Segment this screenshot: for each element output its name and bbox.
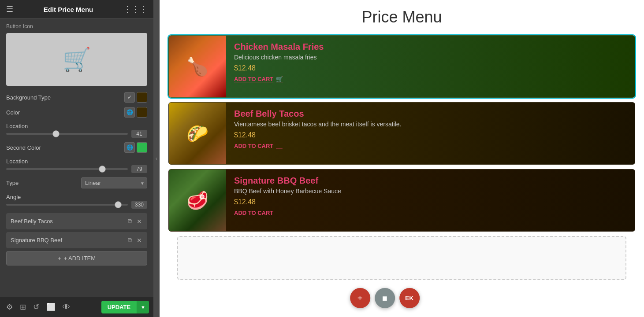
location-1-slider-group: 41 xyxy=(6,130,147,138)
bg-type-color-swatch[interactable] xyxy=(137,92,147,103)
panel-content: Button Icon 🛒 Background Type ✓ Color 🌐 … xyxy=(0,19,153,297)
settings-icon-btn[interactable]: ⚙ xyxy=(4,301,15,313)
location-1-track[interactable] xyxy=(6,133,128,135)
location-1-row: Location 41 xyxy=(6,122,147,138)
location-2-value: 79 xyxy=(131,165,147,173)
list-item-1-remove-btn[interactable]: ✕ xyxy=(136,217,143,226)
menu-item-2-price: $12.48 xyxy=(234,131,627,139)
type-row: Type Linear Radial ▼ xyxy=(6,177,147,188)
add-item-button[interactable]: + + ADD ITEM xyxy=(6,251,147,265)
menu-container: 🍗 Chicken Masala Fries Delicious chicken… xyxy=(160,31,644,317)
bg-type-check-btn[interactable]: ✓ xyxy=(124,92,135,103)
cart-icon-2: __ xyxy=(276,143,282,149)
button-icon-label: Button Icon xyxy=(6,23,147,29)
fab-add-button[interactable]: + xyxy=(350,288,370,308)
menu-item-1-name: Chicken Masala Fries xyxy=(234,42,627,52)
menu-item-2-desc: Vientamese beef brisket tacos and the me… xyxy=(234,121,627,128)
menu-item-1-price: $12.48 xyxy=(234,64,627,72)
menu-card-3: 🥩 Signature BBQ Beef BBQ Beef with Honey… xyxy=(168,169,635,232)
location-2-slider-group: 79 xyxy=(6,165,147,173)
color-row: Color 🌐 xyxy=(6,107,147,118)
menu-item-3-name: Signature BBQ Beef xyxy=(234,176,627,186)
background-type-label: Background Type xyxy=(6,94,51,101)
location-1-thumb[interactable] xyxy=(52,130,60,137)
update-dropdown-btn[interactable]: ▼ xyxy=(137,301,149,313)
menu-item-3-add-to-cart[interactable]: ADD TO CART xyxy=(234,210,627,216)
menu-card-2-image: 🌮 xyxy=(169,103,226,164)
update-button[interactable]: UPDATE xyxy=(101,301,137,313)
add-to-cart-1-label: ADD TO CART xyxy=(234,76,273,82)
cart-icon-large: 🛒 xyxy=(63,46,91,73)
color-swatch[interactable] xyxy=(137,107,147,118)
panel-title: Edit Price Menu xyxy=(44,6,93,13)
list-items: Beef Belly Tacos ⧉ ✕ Signature BBQ Beef … xyxy=(6,213,147,248)
bottom-toolbar: ⚙ ⊞ ↺ ⬜ 👁 UPDATE ▼ xyxy=(0,297,153,317)
second-color-controls: 🌐 xyxy=(124,142,147,153)
location-1-value: 41 xyxy=(131,130,147,138)
menu-item-3-desc: BBQ Beef with Honey Barbecue Sauce xyxy=(234,188,627,195)
type-select[interactable]: Linear Radial xyxy=(81,177,147,188)
angle-row: Angle 330 xyxy=(6,193,147,209)
angle-slider-group: 330 xyxy=(6,201,147,209)
location-2-thumb[interactable] xyxy=(99,166,106,173)
empty-drop-zone xyxy=(177,236,626,280)
eye-icon-btn[interactable]: 👁 xyxy=(61,301,72,313)
list-item-2: Signature BBQ Beef ⧉ ✕ xyxy=(6,232,147,248)
device-icon-btn[interactable]: ⬜ xyxy=(45,301,57,313)
color-controls: 🌐 xyxy=(124,107,147,118)
angle-track[interactable] xyxy=(6,204,128,206)
page-title: Price Menu xyxy=(160,0,644,31)
grid-icon[interactable]: ⋮⋮⋮ xyxy=(123,4,147,14)
hamburger-icon[interactable]: ☰ xyxy=(6,4,13,14)
menu-card-1-body: Chicken Masala Fries Delicious chicken m… xyxy=(226,36,635,97)
menu-card-2-body: Beef Belly Tacos Vientamese beef brisket… xyxy=(226,103,635,164)
background-type-controls: ✓ xyxy=(124,92,147,103)
background-type-row: Background Type ✓ xyxy=(6,92,147,103)
layers-icon-btn[interactable]: ⊞ xyxy=(18,301,28,313)
menu-item-1-desc: Delicious chicken masala fries xyxy=(234,54,627,61)
add-item-label: + ADD ITEM xyxy=(63,255,96,262)
menu-card-1: 🍗 Chicken Masala Fries Delicious chicken… xyxy=(168,35,635,98)
menu-item-3-price: $12.48 xyxy=(234,198,627,206)
angle-thumb[interactable] xyxy=(115,201,122,208)
list-item-2-copy-btn[interactable]: ⧉ xyxy=(127,236,133,245)
menu-card-3-body: Signature BBQ Beef BBQ Beef with Honey B… xyxy=(226,170,635,231)
type-label: Type xyxy=(6,180,19,186)
menu-item-1-add-to-cart[interactable]: ADD TO CART 🛒 xyxy=(234,76,627,82)
list-item-2-remove-btn[interactable]: ✕ xyxy=(136,236,143,245)
menu-item-2-name: Beef Belly Tacos xyxy=(234,109,627,119)
angle-label: Angle xyxy=(6,194,21,200)
fab-stop-button[interactable]: ■ xyxy=(375,288,395,308)
add-to-cart-2-label: ADD TO CART xyxy=(234,143,273,149)
top-bar: ☰ Edit Price Menu ⋮⋮⋮ xyxy=(0,0,153,19)
list-item-text-1: Beef Belly Tacos xyxy=(11,218,127,225)
right-panel: Price Menu 🍗 Chicken Masala Fries Delici… xyxy=(160,0,644,317)
add-to-cart-3-label: ADD TO CART xyxy=(234,210,273,216)
location-1-label: Location xyxy=(6,123,28,129)
list-item-1-actions: ⧉ ✕ xyxy=(127,217,143,226)
list-item-2-actions: ⧉ ✕ xyxy=(127,236,143,245)
color-globe-btn[interactable]: 🌐 xyxy=(124,107,135,118)
menu-item-2-add-to-cart[interactable]: ADD TO CART __ xyxy=(234,143,627,149)
location-2-row: Location 79 xyxy=(6,157,147,173)
floating-buttons: + ■ EK xyxy=(350,288,420,308)
menu-card-3-image: 🥩 xyxy=(169,170,226,231)
second-color-swatch[interactable] xyxy=(137,142,147,153)
list-item-1-copy-btn[interactable]: ⧉ xyxy=(127,217,133,226)
second-color-row: Second Color 🌐 xyxy=(6,142,147,153)
fab-edit-button[interactable]: EK xyxy=(399,288,420,308)
location-2-label: Location xyxy=(6,158,28,165)
list-item-text-2: Signature BBQ Beef xyxy=(11,237,127,243)
update-btn-group: UPDATE ▼ xyxy=(101,301,149,313)
menu-card-1-image: 🍗 xyxy=(169,36,226,97)
history-icon-btn[interactable]: ↺ xyxy=(31,301,41,313)
angle-value: 330 xyxy=(131,201,147,209)
second-color-globe-btn[interactable]: 🌐 xyxy=(124,142,135,153)
add-item-icon: + xyxy=(58,255,61,262)
color-label: Color xyxy=(6,109,20,116)
type-select-wrapper: Linear Radial ▼ xyxy=(81,177,147,188)
cart-icon-1: 🛒 xyxy=(276,76,283,82)
list-item: Beef Belly Tacos ⧉ ✕ xyxy=(6,213,147,229)
collapse-handle[interactable]: ‹ xyxy=(153,0,160,317)
location-2-track[interactable] xyxy=(6,168,128,170)
